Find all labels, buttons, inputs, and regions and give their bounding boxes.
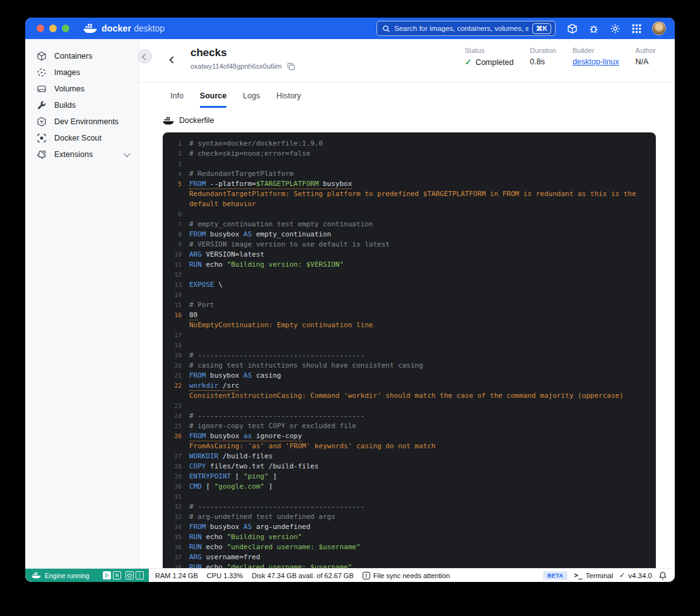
line-number: 28 — [168, 462, 182, 472]
tab-history[interactable]: History — [276, 91, 301, 108]
global-search[interactable]: ⌘K — [376, 21, 556, 36]
copy-icon[interactable] — [287, 62, 295, 70]
minimize-button[interactable] — [49, 25, 57, 32]
line-number: 1 — [168, 139, 182, 149]
code-line: 20# casing test instructions should have… — [168, 361, 647, 371]
line-number: 11 — [168, 260, 182, 270]
line-number: 25 — [168, 421, 182, 431]
brand-name: docker — [102, 23, 131, 33]
bug-icon[interactable] — [588, 23, 599, 34]
file-sync-warning[interactable]: ! File sync needs attention — [363, 572, 450, 579]
search-input[interactable] — [394, 25, 528, 32]
docker-desktop-window: docker desktop ⌘K ContainersImagesVolume… — [25, 18, 675, 582]
code-line: 1# syntax=docker/dockerfile:1.9.0 — [168, 139, 647, 149]
meta-duration: Duration0.8s — [530, 47, 556, 67]
code-line: 21FROM busybox AS casing — [168, 371, 647, 381]
sidebar-item-docker-scout[interactable]: Docker Scout — [25, 130, 139, 146]
code-line: 2# check=skip=none;error=false — [168, 149, 647, 159]
sidebar-item-dev-environments[interactable]: Dev Environments — [25, 113, 139, 130]
line-number: 30 — [168, 482, 182, 492]
line-number: 20 — [168, 361, 182, 371]
meta-builder: Builderdesktop-linux — [573, 47, 619, 67]
code-line: 32# ------------------------------------… — [168, 502, 647, 512]
play-engine-button[interactable] — [103, 571, 111, 579]
line-number: 35 — [168, 532, 182, 542]
meta-value: ✓Completed — [465, 57, 513, 67]
kebab-engine-button[interactable] — [136, 571, 144, 579]
dev-environments-icon — [37, 117, 47, 127]
meta-value[interactable]: desktop-linux — [573, 57, 619, 66]
line-number: 36 — [168, 542, 182, 552]
meta-label: Builder — [573, 47, 619, 54]
code-line: 3 — [168, 159, 647, 169]
code-line: 30CMD [ "google.com" ] — [168, 482, 647, 492]
code-line: 25# ignore-copy test COPY or excluded fi… — [168, 421, 647, 431]
grid-icon[interactable] — [631, 23, 642, 34]
line-number: 31 — [168, 492, 182, 502]
lint-warning: FromAsCasing: 'as' and 'FROM' keywords' … — [168, 441, 647, 451]
sidebar-item-volumes[interactable]: Volumes — [25, 81, 139, 97]
sidebar-item-label: Extensions — [54, 150, 93, 159]
check-icon: ✓ — [465, 57, 472, 67]
back-button[interactable] — [167, 54, 178, 66]
dockerfile-source-viewer[interactable]: 1# syntax=docker/dockerfile:1.9.02# chec… — [163, 132, 656, 568]
dockerfile-label: Dockerfile — [179, 116, 214, 125]
avatar[interactable] — [652, 21, 666, 35]
beta-badge: BETA — [543, 571, 568, 580]
bell-icon[interactable] — [658, 571, 667, 580]
docker-whale-icon — [32, 572, 41, 579]
main-area: ContainersImagesVolumesBuildsDev Environ… — [25, 39, 675, 568]
ram-usage: RAM 1.24 GB — [155, 572, 198, 579]
line-number: 7 — [168, 219, 182, 230]
chevron-down-icon — [124, 150, 131, 157]
tab-logs[interactable]: Logs — [243, 91, 260, 108]
code-line: 12 — [168, 270, 647, 280]
code-line: 1680 — [168, 310, 647, 320]
close-button[interactable] — [37, 25, 44, 32]
box-stack-icon[interactable] — [567, 23, 578, 34]
builds-icon — [37, 100, 47, 110]
line-number: 38 — [168, 562, 182, 568]
sidebar-item-extensions[interactable]: Extensions — [25, 146, 139, 163]
line-number: 26 — [168, 431, 182, 441]
tab-source[interactable]: Source — [200, 91, 226, 108]
line-number: 21 — [168, 371, 182, 381]
zoom-button[interactable] — [62, 25, 69, 32]
lint-warning: RedundantTargetPlatform: Setting platfor… — [168, 189, 647, 209]
code-line: 6 — [168, 209, 647, 219]
line-number: 6 — [168, 209, 182, 219]
line-number: 16 — [168, 310, 182, 320]
line-number: 19 — [168, 351, 182, 361]
statusbar: Engine running RAM 1.24 GB CPU 1.33% Dis… — [25, 568, 675, 582]
meta-label: Duration — [530, 47, 556, 54]
chevron-left-icon — [142, 54, 148, 60]
line-number: 10 — [168, 250, 182, 260]
power-engine-button[interactable] — [125, 571, 134, 579]
line-number: 34 — [168, 522, 182, 532]
sidebar-item-containers[interactable]: Containers — [25, 48, 139, 64]
build-meta: Status✓CompletedDuration0.8sBuilderdeskt… — [465, 47, 656, 67]
terminal-button[interactable]: >_ Terminal — [574, 571, 613, 579]
tab-bar: InfoSourceLogsHistory — [139, 83, 675, 108]
meta-author: AuthorN/A — [636, 47, 656, 67]
sidebar-item-label: Containers — [54, 52, 92, 61]
docker-whale-icon — [83, 23, 97, 34]
pause-engine-button[interactable] — [113, 571, 121, 579]
tab-info[interactable]: Info — [170, 91, 184, 108]
build-id: oxatwy114of48gpnh6sx0u6im — [190, 62, 282, 70]
line-number: 9 — [168, 240, 182, 250]
code-line: 28COPY files/two.txt /build-files — [168, 462, 647, 472]
line-number: 14 — [168, 290, 182, 300]
gear-icon[interactable] — [610, 23, 621, 34]
sidebar-item-builds[interactable]: Builds — [25, 97, 139, 113]
sidebar-item-label: Dev Environments — [54, 117, 119, 126]
code-line: 31 — [168, 492, 647, 502]
code-line: 5FROM --platform=$TARGETPLATFORM busybox — [168, 179, 647, 189]
build-header: checks oxatwy114of48gpnh6sx0u6im Status✓… — [139, 39, 675, 83]
terminal-label: Terminal — [586, 572, 613, 579]
sidebar-item-images[interactable]: Images — [25, 64, 139, 81]
sidebar-item-label: Builds — [54, 101, 76, 110]
meta-status: Status✓Completed — [465, 47, 513, 67]
sidebar-collapse-button[interactable] — [137, 49, 152, 64]
code-line: 24# ------------------------------------… — [168, 411, 647, 421]
